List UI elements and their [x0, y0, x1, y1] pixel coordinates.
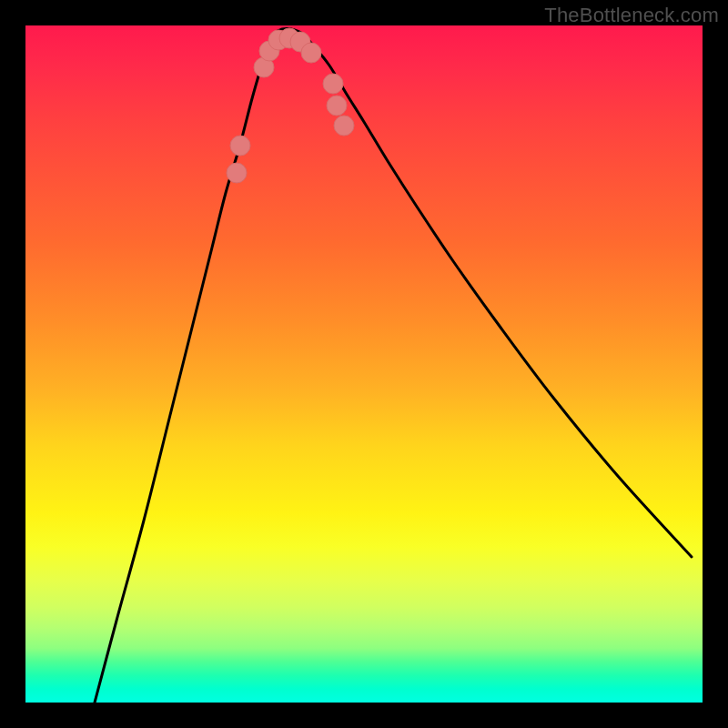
chart-svg [25, 25, 703, 703]
bottleneck-curve [95, 28, 692, 703]
curve-marker [301, 43, 321, 63]
chart-frame: TheBottleneck.com [0, 0, 728, 728]
curve-marker [323, 74, 343, 94]
chart-plot-area [25, 25, 703, 703]
curve-marker [327, 96, 347, 116]
curve-marker [230, 136, 250, 156]
curve-marker [334, 116, 354, 136]
watermark-text: TheBottleneck.com [544, 4, 719, 27]
curve-marker [227, 163, 247, 183]
curve-markers [227, 28, 354, 183]
